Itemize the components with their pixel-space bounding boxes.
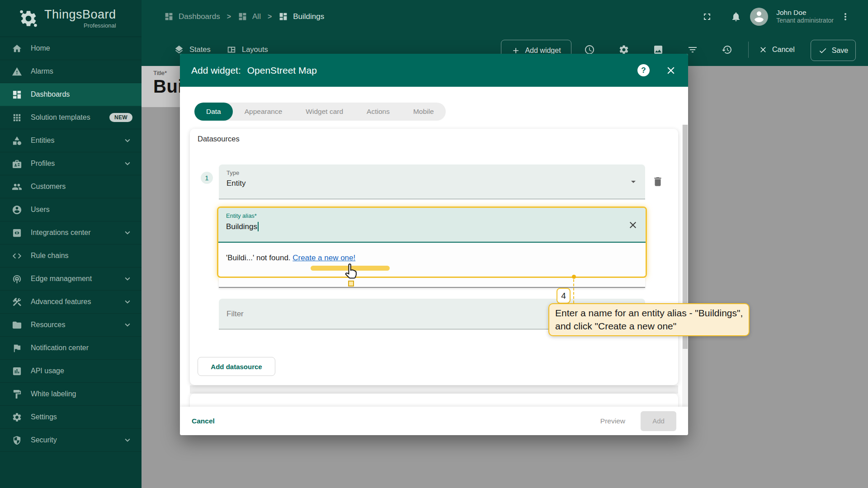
sidebar-item-label: Dashboards [31,90,132,99]
breadcrumb-item-dashboards[interactable]: Dashboards [164,12,220,21]
dialog-cancel-button[interactable]: Cancel [192,417,215,425]
gear-icon [12,412,22,422]
app-logo[interactable]: ThingsBoard Professional [0,0,142,37]
sidebar-item-entities[interactable]: Entities [0,129,142,152]
more-vert-icon[interactable] [840,11,851,22]
dashboard-icon [238,12,247,21]
type-label: Type [226,169,239,176]
chevron-down-icon [123,297,132,307]
add-widget-dialog: Add widget: OpenStreet Map ? DataAppeara… [180,54,688,435]
badge-icon [12,159,22,169]
sidebar-item-api-usage[interactable]: API usage [0,360,142,383]
chevron-down-icon [123,136,132,145]
sidebar-item-label: White labeling [31,390,132,398]
layout-icon [226,45,236,55]
sidebar-item-label: Edge management [31,275,123,283]
group-icon [12,182,22,192]
sidebar-item-label: Customers [31,183,132,191]
chevron-down-icon [123,320,132,330]
create-new-one-link[interactable]: Create a new one! [292,253,355,262]
sidebar-item-users[interactable]: Users [0,198,142,221]
toolbar-divider [748,42,749,58]
help-icon[interactable]: ? [637,64,650,76]
tab-actions[interactable]: Actions [355,103,401,121]
dialog-add-button[interactable]: Add [641,411,676,431]
sidebar: ThingsBoard Professional HomeAlarmsDashb… [0,0,142,488]
preview-button[interactable]: Preview [600,417,625,425]
codebox-icon [12,228,22,238]
breadcrumb-item-buildings[interactable]: Buildings [278,12,324,21]
tab-mobile[interactable]: Mobile [401,103,446,121]
breadcrumb-item-all[interactable]: All [238,12,261,21]
sidebar-item-label: Alarms [31,67,132,75]
sidebar-item-resources[interactable]: Resources [0,314,142,337]
version-history-icon[interactable] [722,44,732,55]
chevron-down-icon [123,274,132,284]
sidebar-item-label: Profiles [31,160,123,168]
user-name: John Doe [776,8,834,17]
code-icon [12,251,22,261]
tab-widget-card[interactable]: Widget card [294,103,355,121]
dialog-tabs: DataAppearanceWidget cardActionsMobile [194,103,446,121]
sidebar-item-edge-management[interactable]: Edge management [0,267,142,291]
edit-cancel-button[interactable]: Cancel [759,33,795,66]
shield-icon [12,435,22,446]
thingsboard-logo-icon [19,9,38,28]
breadcrumb-separator: > [227,13,231,21]
sidebar-item-label: Settings [31,413,132,421]
sidebar-item-home[interactable]: Home [0,37,142,60]
sidebar-item-rule-chains[interactable]: Rule chains [0,244,142,267]
sidebar-nav: HomeAlarmsDashboardsSolution templatesNE… [0,37,142,452]
sidebar-item-profiles[interactable]: Profiles [0,152,142,175]
chevron-down-icon [123,228,132,238]
dialog-header: Add widget: OpenStreet Map ? [180,54,688,87]
chevron-down-icon [123,159,132,169]
sidebar-item-security[interactable]: Security [0,429,142,452]
entity-alias-value: Buildings [226,222,257,231]
filter-icon[interactable] [687,44,698,55]
clear-input-icon[interactable] [627,220,638,230]
tab-appearance[interactable]: Appearance [233,103,294,121]
user-role: Tenant administrator [776,17,834,25]
save-button[interactable]: Save [811,40,856,61]
sidebar-item-notification-center[interactable]: Notification center [0,337,142,360]
breadcrumb-separator: > [268,13,272,21]
filter-placeholder: Filter [226,310,244,319]
warning-icon [12,66,22,77]
dashboard-icon [278,12,288,21]
fullscreen-icon[interactable] [702,11,712,22]
notifications-bell-icon[interactable] [731,11,741,22]
sidebar-item-advanced-features[interactable]: Advanced features [0,291,142,314]
scrollbar-thumb[interactable] [683,125,688,349]
tab-data[interactable]: Data [194,103,233,121]
datasources-card: Datasources 1 Type Entity Entity alias* … [190,129,678,385]
sidebar-item-label: Security [31,436,123,444]
datasource-index: 1 [201,172,213,184]
category-icon [12,136,22,146]
account-icon [12,205,22,215]
sidebar-item-white-labeling[interactable]: White labeling [0,383,142,406]
sidebar-item-customers[interactable]: Customers [0,175,142,198]
sidebar-item-label: Notification center [31,344,132,352]
sidebar-item-solution-templates[interactable]: Solution templatesNEW [0,106,142,129]
sidebar-item-label: Resources [31,321,123,329]
autocomplete-panel: 'Buildi...' not found. Create a new one! [218,243,646,276]
sidebar-item-label: Integrations center [31,229,123,237]
sidebar-item-dashboards[interactable]: Dashboards [0,83,142,106]
delete-datasource-icon[interactable] [652,176,664,188]
sidebar-item-integrations-center[interactable]: Integrations center [0,221,142,244]
sidebar-item-alarms[interactable]: Alarms [0,60,142,83]
breadcrumb: Dashboards>All>Buildings [164,0,324,33]
text-cursor [258,222,259,231]
app-name: ThingsBoard [44,8,116,22]
entity-alias-input[interactable]: Entity alias* Buildings [218,208,646,243]
avatar[interactable] [750,8,768,26]
filter-field[interactable]: Filter [219,299,645,329]
not-found-text: 'Buildi...' not found. [226,253,292,262]
dialog-close-icon[interactable] [665,65,677,76]
sidebar-item-settings[interactable]: Settings [0,406,142,429]
new-badge: NEW [109,113,132,122]
datasource-type-select[interactable]: Type Entity [219,164,645,199]
add-datasource-button[interactable]: Add datasource [198,357,275,376]
dialog-footer: Cancel Preview Add [180,407,688,435]
